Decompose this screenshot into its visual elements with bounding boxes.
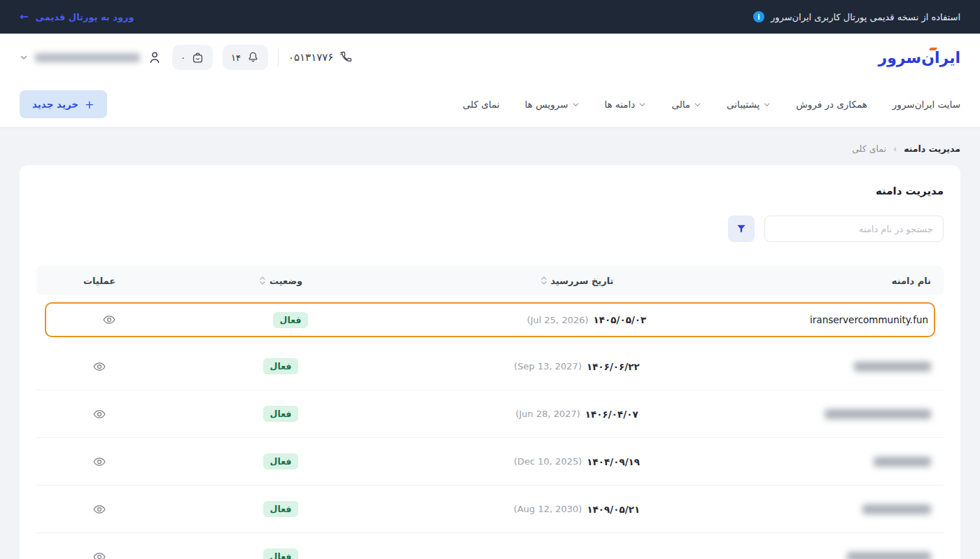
nav-label: سایت ایران‌سرور bbox=[892, 99, 960, 110]
expiry-date-jalali: ۱۴۰۶/۰۶/۲۲ bbox=[587, 361, 640, 372]
old-portal-link-label: ورود به پورتال قدیمی bbox=[36, 12, 134, 22]
status-badge: فعال bbox=[273, 312, 309, 328]
page-root: { "topbar": { "notice": "استفاده از نسخه… bbox=[0, 0, 980, 559]
status-badge: فعال bbox=[263, 549, 299, 559]
domain-name-redacted bbox=[874, 457, 931, 467]
domain-cell bbox=[755, 457, 944, 467]
expiry-date-jalali: ۱۴۰۶/۰۴/۰۷ bbox=[585, 409, 638, 420]
expiry-cell: ۱۴۰۶/۰۶/۲۲ (Sep 13, 2027) bbox=[399, 361, 755, 372]
account-name-redacted bbox=[35, 53, 140, 62]
column-label: نام دامنه bbox=[892, 276, 931, 286]
expiry-date-gregorian: (Dec 10, 2025) bbox=[514, 456, 582, 467]
iranserver-logo[interactable]: ایران‌سرور bbox=[878, 49, 960, 66]
view-domain-button[interactable] bbox=[92, 360, 106, 374]
eye-icon bbox=[102, 313, 116, 327]
chevron-down-icon bbox=[763, 101, 771, 108]
search-input[interactable] bbox=[764, 215, 944, 242]
top-notice-bar: i استفاده از نسخه قدیمی پورتال کاربری ای… bbox=[0, 0, 980, 34]
status-cell: فعال bbox=[162, 549, 399, 559]
expiry-cell: ۱۴۰۴/۰۹/۱۹ (Dec 10, 2025) bbox=[399, 456, 755, 467]
expiry-cell: ۱۴۰۹/۰۵/۲۱ (Aug 12, 2030) bbox=[399, 504, 755, 515]
account-menu[interactable] bbox=[20, 50, 162, 65]
view-domain-button[interactable] bbox=[92, 550, 106, 559]
chevron-down-icon bbox=[20, 53, 28, 62]
actions-cell bbox=[36, 550, 162, 559]
domain-management-card: مدیریت دامنه نام دامنه تاریخ سررسید وضعی… bbox=[20, 165, 960, 559]
support-phone: ۰۵۱۳۱۷۷۶ bbox=[288, 50, 353, 64]
nav-item-affiliate[interactable]: همکاری در فروش bbox=[796, 99, 867, 110]
column-header-status[interactable]: وضعیت bbox=[162, 276, 399, 286]
nav-item-support[interactable]: پشتیبانی bbox=[727, 99, 771, 110]
view-domain-button[interactable] bbox=[92, 502, 106, 516]
nav-item-billing[interactable]: مالی bbox=[671, 99, 701, 110]
nav-item-website[interactable]: سایت ایران‌سرور bbox=[892, 99, 960, 110]
nav-label: پشتیبانی bbox=[727, 99, 760, 110]
breadcrumb-overview[interactable]: نمای کلی bbox=[852, 143, 886, 154]
domain-name-redacted bbox=[854, 362, 931, 372]
status-badge: فعال bbox=[263, 406, 299, 422]
expiry-date-jalali: ۱۴۰۴/۰۹/۱۹ bbox=[587, 456, 640, 467]
view-domain-button[interactable] bbox=[102, 313, 116, 327]
view-domain-button[interactable] bbox=[92, 455, 106, 469]
filter-button[interactable] bbox=[728, 215, 755, 242]
status-cell: فعال bbox=[162, 501, 399, 517]
table-row[interactable]: فعال bbox=[36, 533, 944, 559]
column-label: عملیات bbox=[83, 276, 115, 286]
new-purchase-button[interactable]: خرید جدید + bbox=[20, 90, 107, 118]
notifications-button[interactable]: ۱۴ bbox=[223, 45, 268, 70]
domain-cell bbox=[755, 362, 944, 372]
column-header-domain: نام دامنه bbox=[755, 276, 944, 286]
page-title: مدیریت دامنه bbox=[36, 185, 944, 197]
chevron-down-icon bbox=[572, 101, 580, 108]
eye-icon bbox=[92, 502, 106, 516]
brand-wordmark: ایران‌سرور bbox=[878, 49, 960, 66]
domain-name-redacted bbox=[862, 504, 931, 514]
table-row[interactable]: ۱۴۰۹/۰۵/۲۱ (Aug 12, 2030) فعال bbox=[36, 486, 944, 533]
main-header: ایران‌سرور ۰۵۱۳۱۷۷۶ ۱۴ bbox=[0, 34, 980, 81]
cart-button[interactable]: ۰ bbox=[172, 45, 213, 70]
column-header-expiry[interactable]: تاریخ سررسید bbox=[399, 276, 755, 286]
table-row[interactable]: ۱۴۰۶/۰۶/۲۲ (Sep 13, 2027) فعال bbox=[36, 343, 944, 390]
eye-icon bbox=[92, 360, 106, 374]
table-row[interactable]: ۱۴۰۴/۰۹/۱۹ (Dec 10, 2025) فعال bbox=[36, 438, 944, 486]
chevron-left-icon: ‹ bbox=[893, 143, 897, 154]
actions-cell bbox=[36, 455, 162, 469]
nav-item-services[interactable]: سرویس ها bbox=[525, 99, 580, 110]
status-cell: فعال bbox=[162, 406, 399, 422]
view-domain-button[interactable] bbox=[92, 407, 106, 421]
expiry-date-gregorian: (Jun 28, 2027) bbox=[515, 409, 580, 419]
actions-cell bbox=[36, 360, 162, 374]
column-header-actions: عملیات bbox=[36, 276, 162, 286]
header-divider bbox=[278, 48, 279, 66]
header-controls: ۰۵۱۳۱۷۷۶ ۱۴ ۰ bbox=[20, 45, 353, 70]
breadcrumb: نمای کلی ‹ مدیریت دامنه bbox=[20, 143, 960, 154]
status-cell: فعال bbox=[162, 358, 399, 374]
filter-funnel-icon bbox=[736, 223, 747, 234]
expiry-date-gregorian: (Jul 25, 2026) bbox=[527, 315, 589, 325]
domain-name-redacted bbox=[847, 552, 931, 559]
domain-cell: iranservercommunity.fun bbox=[764, 314, 934, 325]
support-phone-number: ۰۵۱۳۱۷۷۶ bbox=[288, 51, 333, 64]
column-label: تاریخ سررسید bbox=[551, 276, 614, 286]
nav-label: همکاری در فروش bbox=[796, 99, 867, 110]
table-toolbar bbox=[36, 215, 944, 242]
nav-item-domains[interactable]: دامنه ها bbox=[605, 99, 647, 110]
domains-table: نام دامنه تاریخ سررسید وضعیت عملیات bbox=[36, 266, 944, 559]
expiry-date-jalali: ۱۴۰۹/۰۵/۲۱ bbox=[587, 504, 640, 515]
expiry-date-gregorian: (Sep 13, 2027) bbox=[514, 361, 582, 372]
nav-item-overview[interactable]: نمای کلی bbox=[463, 99, 500, 110]
expiry-date-gregorian: (Aug 12, 2030) bbox=[514, 504, 582, 514]
plus-icon: + bbox=[85, 98, 94, 111]
status-badge: فعال bbox=[263, 501, 299, 517]
expiry-cell: ۱۴۰۶/۰۴/۰۷ (Jun 28, 2027) bbox=[399, 409, 755, 420]
table-row[interactable]: iranservercommunity.fun ۱۴۰۵/۰۵/۰۳ (Jul … bbox=[45, 302, 935, 337]
table-row[interactable]: ۱۴۰۶/۰۴/۰۷ (Jun 28, 2027) فعال bbox=[36, 390, 944, 438]
expiry-date-jalali: ۱۴۰۵/۰۵/۰۳ bbox=[594, 314, 647, 325]
cart-count-badge: ۰ bbox=[181, 52, 186, 63]
main-navigation: نمای کلی سرویس ها دامنه ها مالی پشتیبانی… bbox=[0, 81, 980, 128]
status-cell: فعال bbox=[172, 312, 409, 328]
table-header-row: نام دامنه تاریخ سررسید وضعیت عملیات bbox=[36, 266, 944, 295]
status-badge: فعال bbox=[263, 453, 299, 469]
old-portal-link[interactable]: ورود به پورتال قدیمی ← bbox=[20, 10, 134, 23]
actions-cell bbox=[46, 313, 172, 327]
